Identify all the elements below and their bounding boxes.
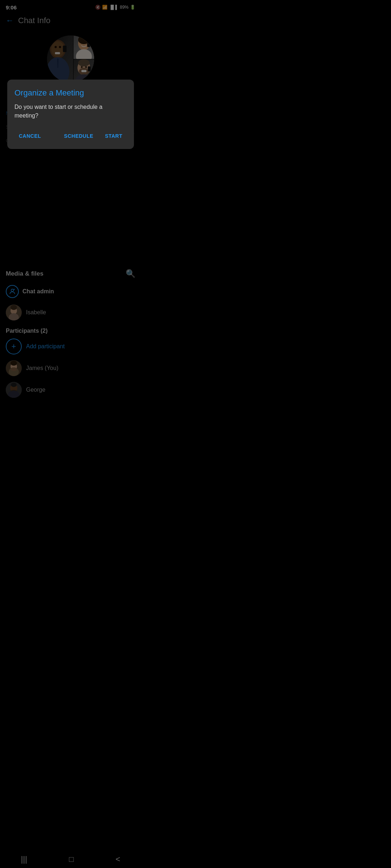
dialog-buttons: CANCEL SCHEDULE START bbox=[14, 130, 127, 142]
dialog-message: Do you want to start or schedule a meeti… bbox=[14, 103, 127, 120]
cancel-button[interactable]: CANCEL bbox=[14, 130, 45, 142]
dialog-title: Organize a Meeting bbox=[14, 88, 127, 98]
start-button[interactable]: START bbox=[101, 130, 127, 142]
dialog-overlay bbox=[0, 0, 141, 401]
schedule-button[interactable]: SCHEDULE bbox=[60, 130, 98, 142]
organize-meeting-dialog: Organize a Meeting Do you want to start … bbox=[7, 80, 134, 149]
